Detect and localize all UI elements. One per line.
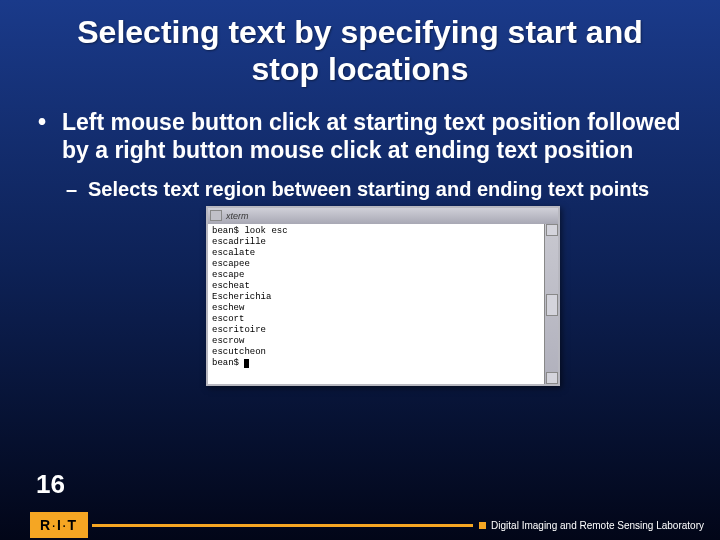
sub-bullet-marker: – — [66, 177, 88, 202]
xterm-scrollbar[interactable] — [544, 224, 558, 384]
rit-logo: R·I·T — [30, 512, 88, 538]
footer: R·I·T Digital Imaging and Remote Sensing… — [0, 510, 720, 540]
page-number: 16 — [36, 469, 65, 500]
scroll-thumb[interactable] — [546, 294, 558, 316]
minimize-icon[interactable] — [210, 210, 222, 221]
footer-accent-icon — [479, 522, 486, 529]
xterm-title-text: xterm — [226, 211, 249, 221]
bullet-item: • Left mouse button click at starting te… — [38, 108, 682, 166]
xterm-terminal-text[interactable]: bean$ look esc escadrille escalate escap… — [208, 224, 544, 384]
xterm-window: xterm bean$ look esc escadrille escalate… — [206, 206, 560, 386]
sub-bullet-text: Selects text region between starting and… — [88, 177, 649, 202]
scroll-up-icon[interactable] — [546, 224, 558, 236]
slide-content: • Left mouse button click at starting te… — [0, 94, 720, 387]
bullet-marker: • — [38, 108, 62, 166]
footer-divider — [92, 524, 473, 527]
slide-title: Selecting text by specifying start and s… — [0, 0, 720, 94]
xterm-titlebar: xterm — [208, 208, 558, 224]
scroll-down-icon[interactable] — [546, 372, 558, 384]
footer-lab-text: Digital Imaging and Remote Sensing Labor… — [491, 520, 704, 531]
bullet-text: Left mouse button click at starting text… — [62, 108, 682, 166]
sub-bullet-item: – Selects text region between starting a… — [66, 177, 682, 202]
